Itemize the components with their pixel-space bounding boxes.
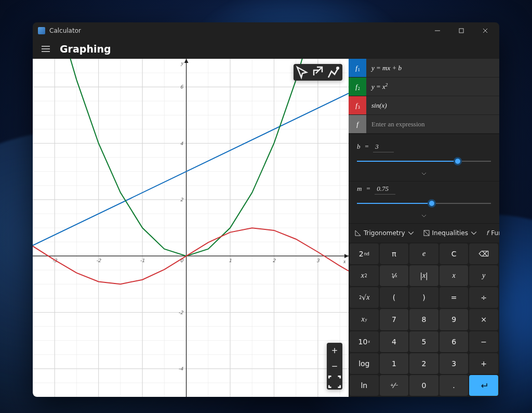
key-divide[interactable]: ÷	[469, 287, 498, 308]
svg-text:2: 2	[273, 258, 276, 263]
key-negate[interactable]: +⁄−	[380, 375, 409, 396]
variable-line: b = 3	[357, 143, 491, 152]
mode-title: Graphing	[60, 43, 111, 55]
key-1[interactable]: 1	[380, 353, 409, 374]
svg-text:1: 1	[229, 258, 232, 263]
variable-slider[interactable]	[357, 200, 491, 207]
key-power[interactable]: xy	[350, 309, 379, 330]
graph-toolbar	[294, 64, 342, 81]
key-e[interactable]: e	[409, 243, 438, 264]
window-title: Calculator	[49, 27, 81, 34]
function-row-3[interactable]: f3 sin(x)	[349, 96, 499, 115]
key-7[interactable]: 7	[380, 309, 409, 330]
function-icon: f	[486, 229, 488, 237]
variable-value[interactable]: 3	[373, 143, 394, 152]
maximize-button[interactable]	[449, 22, 473, 39]
title-bar: Calculator	[33, 22, 499, 39]
function-badge: f	[349, 115, 366, 133]
inequalities-dropdown[interactable]: Inequalities	[419, 227, 481, 239]
key-enter[interactable]	[469, 375, 498, 396]
equation-panel: f1 y = mx + bf2 y = x2f3 sin(x)f Enter a…	[349, 59, 499, 397]
keypad: 2ndπeC⌫x21⁄x|x|xy2√x()=÷xy789×10x456−log…	[349, 242, 499, 397]
share-button[interactable]	[310, 65, 326, 80]
key-0[interactable]: 0	[409, 375, 438, 396]
key-pi[interactable]: π	[380, 243, 409, 264]
key-rparen[interactable]: )	[409, 287, 438, 308]
key-sqrt[interactable]: 2√x	[350, 287, 379, 308]
key-5[interactable]: 5	[409, 331, 438, 352]
function-row-2[interactable]: f2 y = x2	[349, 78, 499, 96]
function-badge: f3	[349, 96, 366, 114]
key-plus[interactable]: +	[469, 353, 498, 374]
key-backspace[interactable]: ⌫	[469, 243, 498, 264]
variable-name: m	[357, 185, 362, 193]
ineq-label: Inequalities	[432, 229, 468, 237]
svg-text:-2: -2	[96, 258, 101, 263]
function-badge: f2	[349, 78, 366, 96]
function-row-new[interactable]: f Enter an expression	[349, 115, 499, 134]
svg-point-70	[336, 67, 339, 70]
variable-block-m: m = 0.75	[349, 182, 499, 209]
function-dropdown[interactable]: f Function	[482, 227, 499, 239]
angle-icon	[355, 230, 361, 236]
key-lparen[interactable]: (	[380, 287, 409, 308]
function-list: f1 y = mx + bf2 y = x2f3 sin(x)f Enter a…	[349, 59, 499, 134]
svg-text:-1: -1	[140, 258, 145, 263]
function-expression: y = mx + b	[366, 64, 402, 72]
variable-value[interactable]: 0.75	[375, 185, 395, 195]
variable-block-b: b = 3	[349, 139, 499, 167]
nav-menu-button[interactable]	[36, 39, 56, 59]
key-3[interactable]: 3	[440, 353, 469, 374]
key-y[interactable]: y	[469, 265, 498, 286]
key-dot[interactable]: .	[440, 375, 469, 396]
close-button[interactable]	[473, 22, 497, 39]
key-square[interactable]: x2	[350, 265, 379, 286]
key-reciprocal[interactable]: 1⁄x	[380, 265, 409, 286]
key-8[interactable]: 8	[409, 309, 438, 330]
chevron-down-icon	[408, 230, 414, 236]
zoom-out-button[interactable]: −	[327, 358, 342, 374]
minimize-button[interactable]	[425, 22, 449, 39]
key-minus[interactable]: −	[469, 331, 498, 352]
key-log[interactable]: log	[350, 353, 379, 374]
function-row-1[interactable]: f1 y = mx + b	[349, 59, 499, 78]
svg-text:3: 3	[316, 258, 320, 263]
function-expression: y = x2	[366, 82, 388, 91]
func-label: Function	[491, 229, 499, 237]
app-header: Graphing	[33, 39, 499, 59]
key-c[interactable]: C	[440, 243, 469, 264]
function-badge: f1	[349, 59, 366, 77]
variable-name: b	[357, 143, 361, 151]
key-second[interactable]: 2nd	[350, 243, 379, 264]
key-multiply[interactable]: ×	[469, 309, 498, 330]
expand-variable-button[interactable]	[349, 167, 499, 181]
expression-placeholder: Enter an expression	[366, 120, 425, 128]
graph-options-button[interactable]	[326, 65, 341, 80]
zoom-reset-button[interactable]	[327, 374, 342, 390]
key-ln[interactable]: ln	[350, 375, 379, 396]
svg-text:4: 4	[180, 141, 183, 146]
key-2[interactable]: 2	[409, 353, 438, 374]
svg-text:y: y	[181, 60, 184, 66]
key-abs[interactable]: |x|	[409, 265, 438, 286]
variables-section: b = 3 m = 0.75	[349, 134, 499, 223]
zoom-controls: + −	[327, 343, 342, 390]
key-6[interactable]: 6	[440, 331, 469, 352]
key-tenx[interactable]: 10x	[350, 331, 379, 352]
svg-text:x: x	[343, 259, 346, 264]
function-expression: sin(x)	[366, 101, 387, 110]
expand-variable-button[interactable]	[349, 209, 499, 223]
trig-label: Trigonometry	[364, 229, 405, 237]
category-bar: Trigonometry Inequalities f Function	[349, 223, 499, 242]
graph-pane[interactable]: -3-2-1123-4-22460xy + −	[33, 59, 349, 397]
key-equals[interactable]: =	[440, 287, 469, 308]
zoom-in-button[interactable]: +	[327, 343, 342, 358]
key-4[interactable]: 4	[380, 331, 409, 352]
key-9[interactable]: 9	[440, 309, 469, 330]
trigonometry-dropdown[interactable]: Trigonometry	[351, 227, 418, 239]
key-x[interactable]: x	[440, 265, 469, 286]
variable-slider[interactable]	[357, 158, 491, 165]
inequality-icon	[423, 230, 430, 236]
svg-text:-4: -4	[179, 366, 183, 371]
trace-button[interactable]	[295, 65, 310, 80]
